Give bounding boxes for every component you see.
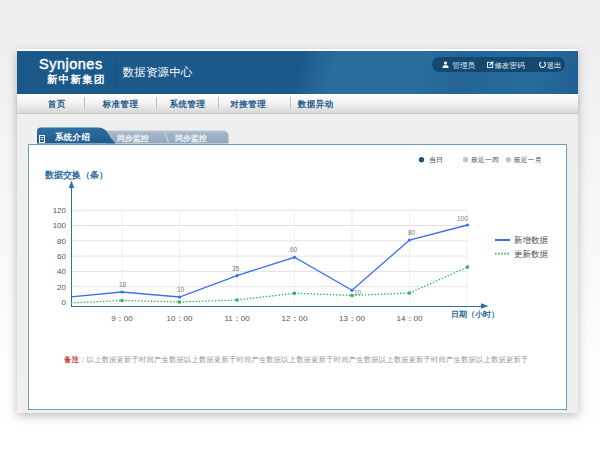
svg-text:120: 120 xyxy=(53,206,67,215)
svg-text:更新数据: 更新数据 xyxy=(514,249,549,259)
svg-text:80: 80 xyxy=(57,237,66,246)
svg-text:11：00: 11：00 xyxy=(224,314,250,323)
svg-text:当日: 当日 xyxy=(429,156,443,164)
svg-text:40: 40 xyxy=(57,267,66,276)
svg-text:数据交换（条）: 数据交换（条） xyxy=(44,170,108,180)
svg-text:备注：以上数据更新于时间产生数据以上数据更新于时间产生数据以: 备注：以上数据更新于时间产生数据以上数据更新于时间产生数据以上数据更新于时间产生… xyxy=(63,355,528,364)
svg-text:80: 80 xyxy=(408,229,416,236)
svg-text:10: 10 xyxy=(177,286,185,293)
svg-text:12：00: 12：00 xyxy=(282,314,308,323)
svg-text:60: 60 xyxy=(290,246,298,253)
svg-text:最近一月: 最近一月 xyxy=(513,156,541,164)
svg-text:新增数据: 新增数据 xyxy=(514,235,549,245)
svg-text:0: 0 xyxy=(62,298,67,307)
svg-text:60: 60 xyxy=(57,252,66,261)
svg-text:100: 100 xyxy=(457,215,468,222)
svg-text:20: 20 xyxy=(57,283,66,292)
svg-text:100: 100 xyxy=(53,221,67,230)
svg-text:18: 18 xyxy=(119,281,127,288)
svg-text:10：00: 10：00 xyxy=(167,314,193,323)
svg-text:最近一周: 最近一周 xyxy=(471,156,499,163)
svg-text:13：00: 13：00 xyxy=(339,314,365,323)
svg-text:日期（小时）: 日期（小时） xyxy=(451,310,499,319)
svg-text:35: 35 xyxy=(232,265,240,272)
svg-text:10: 10 xyxy=(354,289,362,296)
svg-text:9：00: 9：00 xyxy=(111,314,133,323)
svg-text:14：00: 14：00 xyxy=(397,314,423,323)
